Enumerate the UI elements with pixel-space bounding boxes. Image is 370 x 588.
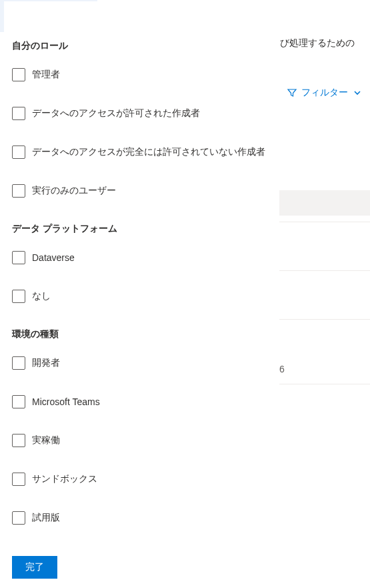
- panel-footer: 完了: [4, 548, 279, 587]
- filter-label: フィルター: [301, 87, 348, 99]
- checkbox-label: データへのアクセスが許可された作成者: [32, 107, 200, 119]
- checkbox-label: データへのアクセスが完全には許可されていない作成者: [32, 146, 265, 158]
- checkbox[interactable]: [12, 434, 25, 447]
- divider: [279, 222, 370, 222]
- section-title-data-platform: データ プラットフォーム: [12, 223, 271, 235]
- background-row-highlight: [279, 190, 370, 216]
- checkbox-label: Dataverse: [32, 252, 75, 263]
- section-title-roles: 自分のロール: [12, 40, 271, 52]
- checkbox-item-dataverse[interactable]: Dataverse: [12, 251, 271, 264]
- checkbox[interactable]: [12, 356, 25, 370]
- checkbox-item-creator-not-allowed[interactable]: データへのアクセスが完全には許可されていない作成者: [12, 145, 271, 159]
- checkbox[interactable]: [12, 395, 25, 408]
- checkbox-item-teams[interactable]: Microsoft Teams: [12, 395, 271, 408]
- background-cell-text: 6: [279, 364, 285, 374]
- select-environment-panel: 自分のロール 管理者 データへのアクセスが許可された作成者 データへのアクセスが…: [4, 1, 279, 587]
- checkbox-item-sandbox[interactable]: サンドボックス: [12, 473, 271, 486]
- panel-body: 自分のロール 管理者 データへのアクセスが許可された作成者 データへのアクセスが…: [4, 29, 279, 548]
- checkbox[interactable]: [12, 145, 25, 159]
- filter-icon: [287, 87, 297, 98]
- divider: [279, 270, 370, 271]
- checkbox-label: 実行のみのユーザー: [32, 185, 116, 197]
- checkbox[interactable]: [12, 473, 25, 486]
- checkbox[interactable]: [12, 290, 25, 303]
- divider: [279, 319, 370, 320]
- checkbox-item-creator-allowed[interactable]: データへのアクセスが許可された作成者: [12, 107, 271, 120]
- checkbox-item-admin[interactable]: 管理者: [12, 68, 271, 81]
- checkbox-label: なし: [32, 290, 51, 302]
- checkbox-item-trial[interactable]: 試用版: [12, 511, 271, 525]
- filter-button[interactable]: フィルター: [287, 87, 363, 99]
- checkbox[interactable]: [12, 107, 25, 120]
- checkbox[interactable]: [12, 68, 25, 81]
- checkbox-label: Microsoft Teams: [32, 396, 100, 407]
- checkbox-item-run-only-user[interactable]: 実行のみのユーザー: [12, 184, 271, 198]
- checkbox-label: サンドボックス: [32, 473, 97, 485]
- checkbox-item-production[interactable]: 実稼働: [12, 434, 271, 447]
- checkbox-item-developer[interactable]: 開発者: [12, 356, 271, 370]
- chevron-down-icon: [352, 87, 363, 98]
- checkbox-item-none[interactable]: なし: [12, 290, 271, 303]
- checkbox-label: 試用版: [32, 512, 60, 524]
- done-button[interactable]: 完了: [12, 556, 57, 579]
- checkbox[interactable]: [12, 251, 25, 264]
- section-title-env-type: 環境の種類: [12, 328, 271, 340]
- checkbox-label: 実稼働: [32, 434, 60, 447]
- checkbox[interactable]: [12, 511, 25, 525]
- checkbox-label: 管理者: [32, 69, 60, 81]
- background-partial-text: び処理するための: [280, 37, 355, 49]
- divider: [279, 384, 370, 384]
- checkbox[interactable]: [12, 184, 25, 198]
- checkbox-label: 開発者: [32, 357, 60, 369]
